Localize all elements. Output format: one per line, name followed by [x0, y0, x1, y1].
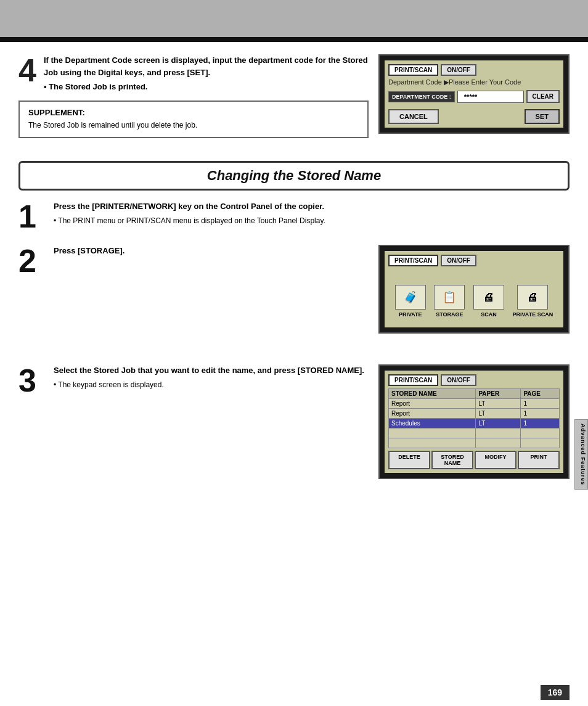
on-off-btn[interactable]: ON/OFF — [441, 64, 476, 76]
cell-name — [389, 429, 476, 438]
stored-name-header-row: STORED NAME PAPER PAGE — [389, 389, 560, 399]
dept-prompt: ▶Please Enter Your Code — [444, 78, 521, 86]
page-container: 4 If the Department Code screen is displ… — [0, 0, 588, 706]
screen-bottom-buttons: CANCEL SET — [388, 109, 560, 124]
table-row[interactable] — [389, 438, 560, 448]
col-stored-name: STORED NAME — [389, 389, 476, 399]
table-row[interactable] — [389, 429, 560, 438]
step3-screen: PRINT/SCAN ON/OFF STORED NAME PAPER PAGE — [378, 364, 570, 479]
storage-icon-item[interactable]: 📋 STORAGE — [434, 285, 465, 318]
step1-title: Press the [PRINTER/NETWORK] key on the C… — [54, 200, 570, 213]
step1-content: Press the [PRINTER/NETWORK] key on the C… — [54, 200, 570, 226]
section-heading: Changing the Stored Name — [18, 161, 570, 191]
stored-name-table: STORED NAME PAPER PAGE ReportLT1ReportLT… — [388, 388, 560, 448]
set-button[interactable]: SET — [525, 109, 560, 124]
step3-bullet-text: The keypad screen is displayed. — [58, 380, 163, 389]
side-tab-text: Advanced Features — [580, 424, 586, 485]
stored-name-thead: STORED NAME PAPER PAGE — [389, 389, 560, 399]
private-scan-icon-item[interactable]: 🖨 PRIVATE SCAN — [513, 285, 553, 318]
step3-left: 3 Select the Stored Job that you want to… — [18, 364, 369, 489]
page-number: 169 — [541, 685, 570, 700]
cell-paper: LT — [476, 409, 521, 419]
step3-print-scan-btn[interactable]: PRINT/SCAN — [388, 374, 438, 386]
step3-with-screen: 3 Select the Stored Job that you want to… — [0, 358, 588, 507]
cell-name: Report — [389, 399, 476, 409]
section-heading-wrapper: Changing the Stored Name — [0, 161, 588, 191]
cell-name — [389, 438, 476, 448]
modify-btn[interactable]: MODIFY — [475, 451, 517, 469]
step4-text: If the Department Code screen is display… — [44, 54, 369, 93]
step2-with-screen: 2 Press [STORAGE]. PRINT/SCAN ON/OFF 🧳 — [0, 245, 588, 343]
cancel-button[interactable]: CANCEL — [388, 109, 439, 124]
print-btn[interactable]: PRINT — [518, 451, 560, 469]
step1-row: 1 Press the [PRINTER/NETWORK] key on the… — [18, 200, 570, 232]
steps-section: 1 Press the [PRINTER/NETWORK] key on the… — [0, 200, 588, 232]
step3-number: 3 — [18, 364, 46, 396]
col-page: PAGE — [521, 389, 560, 399]
step2-left: 2 Press [STORAGE]. — [18, 245, 369, 343]
storage-icons-row: 🧳 PRIVATE 📋 STORAGE 🖨 SCAN 🖨 — [388, 279, 560, 324]
clear-button[interactable]: CLEAR — [526, 90, 560, 103]
step3-top-buttons: PRINT/SCAN ON/OFF — [388, 374, 560, 386]
step1-bullet: • The PRINT menu or PRINT/SCAN menu is d… — [54, 215, 570, 226]
cell-page — [521, 429, 560, 438]
cell-paper: LT — [476, 419, 521, 429]
delete-btn[interactable]: DELETE — [388, 451, 430, 469]
table-action-buttons: DELETE STORED NAME MODIFY PRINT — [388, 451, 560, 469]
screen-spacer — [388, 269, 560, 279]
cell-page: 1 — [521, 409, 560, 419]
black-stripe — [0, 37, 588, 42]
table-row[interactable]: ReportLT1 — [389, 399, 560, 409]
private-scan-icon: 🖨 — [517, 285, 548, 310]
step4-bullet: The Stored Job is printed. — [44, 81, 369, 93]
cell-name: Schedules — [389, 419, 476, 429]
dept-code-screen-inner: PRINT/SCAN ON/OFF Department Code ▶Pleas… — [385, 60, 563, 128]
step2-print-scan-btn[interactable]: PRINT/SCAN — [388, 255, 438, 266]
storage-label: STORAGE — [436, 311, 463, 318]
print-scan-btn[interactable]: PRINT/SCAN — [388, 64, 438, 76]
step2-title: Press [STORAGE]. — [54, 245, 369, 257]
step4-number: 4 — [18, 54, 36, 86]
step3-on-off-btn[interactable]: ON/OFF — [441, 374, 476, 386]
dept-code-label-row: Department Code ▶Please Enter Your Code — [388, 78, 560, 86]
step2-content: Press [STORAGE]. — [54, 245, 369, 257]
table-row[interactable]: SchedulesLT1 — [389, 419, 560, 429]
scan-icon-item[interactable]: 🖨 SCAN — [473, 285, 504, 318]
section4-screen: PRINT/SCAN ON/OFF Department Code ▶Pleas… — [378, 54, 570, 144]
scan-icon: 🖨 — [473, 285, 504, 310]
dept-label: Department Code — [388, 78, 442, 86]
supplement-title: SUPPLEMENT: — [28, 108, 359, 117]
step2-screen-inner: PRINT/SCAN ON/OFF 🧳 PRIVATE 📋 STORAGE — [385, 251, 563, 327]
step1-number: 1 — [18, 200, 46, 232]
private-icon-item[interactable]: 🧳 PRIVATE — [395, 285, 426, 318]
section4-left: 4 If the Department Code screen is displ… — [18, 54, 369, 144]
step1-bullet-text: The PRINT menu or PRINT/SCAN menu is dis… — [58, 216, 325, 225]
dept-code-input-row: DEPARTMENT CODE : ***** CLEAR — [388, 90, 560, 103]
input-stars[interactable]: ***** — [457, 91, 524, 103]
table-row[interactable]: ReportLT1 — [389, 409, 560, 419]
step2-screen-wrapper: PRINT/SCAN ON/OFF 🧳 PRIVATE 📋 STORAGE — [378, 245, 570, 343]
input-label: DEPARTMENT CODE : — [388, 91, 455, 102]
cell-page: 1 — [521, 419, 560, 429]
col-paper: PAPER — [476, 389, 521, 399]
section4-row: 4 If the Department Code screen is displ… — [0, 42, 588, 150]
stored-name-btn[interactable]: STORED NAME — [431, 451, 473, 469]
cell-paper — [476, 438, 521, 448]
step2-top-buttons: PRINT/SCAN ON/OFF — [388, 255, 560, 266]
storage-icon: 📋 — [434, 285, 465, 310]
cell-name: Report — [389, 409, 476, 419]
private-scan-label: PRIVATE SCAN — [513, 311, 553, 318]
step3-screen-inner: PRINT/SCAN ON/OFF STORED NAME PAPER PAGE — [385, 371, 563, 473]
step2-on-off-btn[interactable]: ON/OFF — [441, 255, 476, 266]
cell-page: 1 — [521, 399, 560, 409]
step2-number: 2 — [18, 245, 46, 277]
screen-top-buttons: PRINT/SCAN ON/OFF — [388, 64, 560, 76]
dept-code-screen: PRINT/SCAN ON/OFF Department Code ▶Pleas… — [378, 54, 570, 134]
private-label: PRIVATE — [399, 311, 422, 318]
cell-paper: LT — [476, 399, 521, 409]
private-icon: 🧳 — [395, 285, 426, 310]
scan-label: SCAN — [481, 311, 497, 318]
step4-title: If the Department Code screen is display… — [44, 54, 369, 78]
step3-content: Select the Stored Job that you want to e… — [54, 364, 369, 390]
cell-paper — [476, 429, 521, 438]
